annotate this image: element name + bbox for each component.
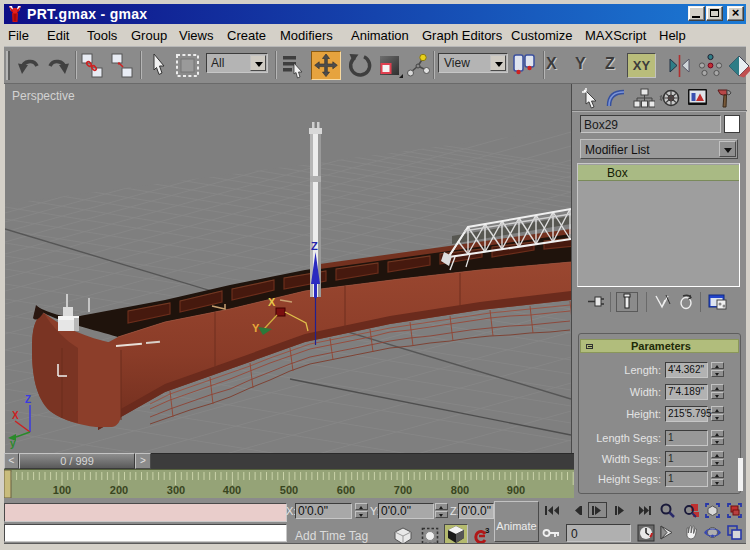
svg-text:500: 500: [280, 484, 298, 496]
svg-text:Perspective: Perspective: [12, 89, 75, 103]
svg-text:Z: Z: [25, 394, 31, 405]
svg-text:600: 600: [337, 484, 355, 496]
svg-text:900: 900: [507, 484, 525, 496]
svg-text:300: 300: [167, 484, 185, 496]
svg-text:400: 400: [223, 484, 241, 496]
svg-text:100: 100: [53, 484, 71, 496]
svg-text:X: X: [268, 296, 276, 308]
svg-text:X: X: [12, 410, 19, 421]
svg-text:700: 700: [394, 484, 412, 496]
svg-text:y: y: [10, 438, 16, 449]
svg-text:800: 800: [451, 484, 469, 496]
svg-text:200: 200: [110, 484, 128, 496]
svg-text:Z: Z: [311, 240, 318, 252]
svg-text:3: 3: [485, 526, 490, 535]
